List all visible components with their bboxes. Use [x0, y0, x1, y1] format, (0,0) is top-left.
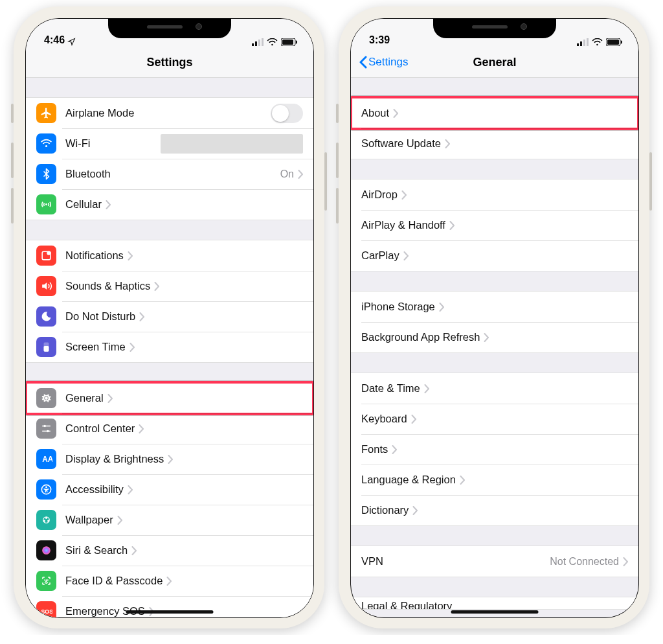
row-wallpaper[interactable]: Wallpaper [26, 505, 313, 535]
row-swupdate[interactable]: Software Update [351, 128, 638, 159]
group-gap [351, 271, 638, 291]
group-gap [351, 78, 638, 97]
back-button[interactable]: Settings [359, 47, 408, 77]
toggle-switch[interactable] [271, 104, 303, 123]
row-wifi[interactable]: Wi-Fi [26, 128, 313, 159]
cellular-signal-icon [577, 38, 589, 46]
chevron-right-icon [139, 312, 144, 321]
row-label: Background App Refresh [361, 331, 480, 343]
faceid-icon [36, 571, 56, 591]
row-controlcenter[interactable]: Control Center [26, 413, 313, 444]
row-label: Wallpaper [65, 514, 113, 526]
settings-group: AirDropAirPlay & HandoffCarPlay [351, 179, 638, 271]
group-gap [351, 353, 638, 373]
svg-rect-1 [255, 41, 257, 46]
row-storage[interactable]: iPhone Storage [351, 292, 638, 322]
row-bgapp[interactable]: Background App Refresh [351, 322, 638, 352]
group-gap [351, 526, 638, 546]
row-datetime[interactable]: Date & Time [351, 373, 638, 404]
screen-left: 4:46 Settings [25, 18, 314, 618]
row-label: Legal & Regulatory [361, 600, 452, 609]
row-carplay[interactable]: CarPlay [351, 240, 638, 271]
row-siri[interactable]: Siri & Search [26, 535, 313, 566]
group-gap [26, 220, 313, 240]
row-display[interactable]: AADisplay & Brightness [26, 444, 313, 474]
wifi-icon [592, 38, 603, 46]
row-label: Do Not Disturb [65, 310, 135, 323]
back-label: Settings [368, 56, 408, 69]
svg-rect-34 [607, 40, 619, 45]
row-emergency[interactable]: SOSEmergency SOS [26, 596, 313, 617]
row-faceid[interactable]: Face ID & Passcode [26, 566, 313, 596]
row-about[interactable]: About [351, 98, 638, 128]
notifications-icon [36, 246, 56, 266]
svg-point-16 [43, 425, 46, 428]
row-legal[interactable]: Legal & Regulatory [351, 597, 638, 609]
cellular-icon [36, 194, 56, 214]
svg-rect-13 [44, 346, 49, 352]
home-indicator[interactable] [451, 610, 539, 614]
svg-rect-17 [42, 431, 51, 432]
settings-group: Airplane ModeWi-FiBluetoothOnCellular [26, 97, 313, 220]
row-sounds[interactable]: Sounds & Haptics [26, 271, 313, 301]
row-label: Software Update [361, 137, 441, 150]
settings-list[interactable]: Airplane ModeWi-FiBluetoothOnCellularNot… [26, 78, 313, 617]
settings-group: AboutSoftware Update [351, 97, 638, 159]
airplane-icon [36, 103, 56, 123]
row-keyboard[interactable]: Keyboard [351, 404, 638, 434]
chevron-right-icon [298, 170, 303, 179]
row-screentime[interactable]: Screen Time [26, 332, 313, 362]
row-label: General [65, 392, 104, 404]
svg-point-18 [47, 430, 49, 433]
battery-icon [281, 38, 298, 46]
row-accessibility[interactable]: Accessibility [26, 474, 313, 505]
chevron-right-icon [131, 546, 137, 555]
row-label: Keyboard [361, 413, 407, 425]
row-label: Face ID & Passcode [65, 575, 163, 587]
general-list[interactable]: AboutSoftware UpdateAirDropAirPlay & Han… [351, 78, 638, 617]
row-vpn[interactable]: VPNNot Connected [351, 546, 638, 577]
row-label: VPN [361, 555, 383, 568]
nav-title: General [473, 56, 516, 69]
notch [433, 19, 556, 38]
svg-point-21 [45, 487, 47, 489]
row-value: Not Connected [550, 556, 619, 568]
settings-group: VPNNot Connected [351, 546, 638, 577]
row-airplay[interactable]: AirPlay & Handoff [351, 210, 638, 240]
chevron-right-icon [449, 221, 455, 230]
row-lang[interactable]: Language & Region [351, 465, 638, 495]
row-general[interactable]: General [26, 383, 313, 413]
row-label: Cellular [65, 198, 102, 211]
row-label: AirPlay & Handoff [361, 219, 445, 231]
svg-point-23 [45, 517, 47, 519]
chevron-right-icon [392, 445, 397, 454]
group-gap [351, 577, 638, 597]
svg-rect-0 [252, 43, 254, 46]
svg-point-24 [43, 520, 45, 522]
row-notifications[interactable]: Notifications [26, 240, 313, 271]
group-gap [26, 363, 313, 382]
display-icon: AA [36, 449, 56, 469]
row-dnd[interactable]: Do Not Disturb [26, 301, 313, 332]
row-airplane[interactable]: Airplane Mode [26, 98, 313, 128]
row-label: Airplane Mode [65, 107, 134, 119]
chevron-right-icon [129, 343, 135, 352]
siri-icon [36, 540, 56, 560]
svg-rect-15 [42, 426, 51, 427]
settings-group: Date & TimeKeyboardFontsLanguage & Regio… [351, 373, 638, 526]
dnd-icon [36, 306, 56, 327]
row-airdrop[interactable]: AirDrop [351, 179, 638, 210]
row-label: Date & Time [361, 382, 420, 395]
nav-bar: Settings [26, 47, 313, 78]
home-indicator[interactable] [126, 610, 214, 614]
chevron-right-icon [460, 476, 465, 485]
svg-point-25 [47, 520, 49, 522]
svg-rect-6 [282, 40, 293, 45]
row-bluetooth[interactable]: BluetoothOn [26, 159, 313, 189]
row-fonts[interactable]: Fonts [351, 434, 638, 465]
chevron-right-icon [106, 200, 111, 209]
chevron-right-icon [128, 251, 133, 260]
row-dict[interactable]: Dictionary [351, 495, 638, 525]
location-icon [67, 38, 76, 46]
row-cellular[interactable]: Cellular [26, 189, 313, 220]
